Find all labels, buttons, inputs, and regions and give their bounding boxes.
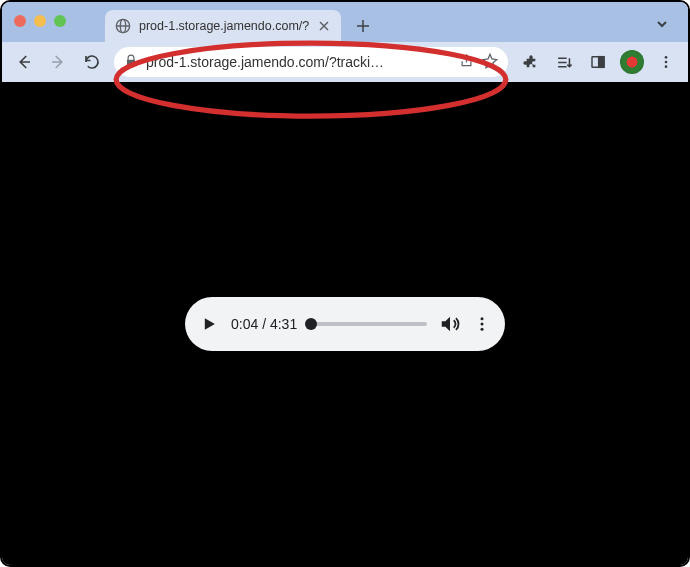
progress-thumb[interactable] (305, 318, 317, 330)
forward-button[interactable] (42, 46, 74, 78)
extensions-button[interactable] (514, 46, 546, 78)
progress-slider[interactable] (309, 322, 427, 326)
window-maximize-button[interactable] (54, 15, 66, 27)
svg-point-7 (665, 65, 668, 68)
reload-button[interactable] (76, 46, 108, 78)
player-menu-button[interactable] (473, 315, 491, 333)
globe-icon (115, 18, 131, 34)
page-content: 0:04 / 4:31 (2, 82, 688, 565)
reading-list-button[interactable] (548, 46, 580, 78)
duration: 4:31 (270, 316, 297, 332)
play-button[interactable] (199, 314, 219, 334)
back-button[interactable] (8, 46, 40, 78)
volume-button[interactable] (439, 313, 461, 335)
window-minimize-button[interactable] (34, 15, 46, 27)
lock-icon (124, 54, 138, 71)
svg-point-10 (481, 327, 484, 330)
browser-tab[interactable]: prod-1.storage.jamendo.com/? (105, 10, 341, 42)
svg-point-6 (665, 61, 668, 64)
browser-menu-button[interactable] (650, 46, 682, 78)
share-icon[interactable] (459, 53, 474, 71)
toolbar: prod-1.storage.jamendo.com/?tracki… (2, 42, 688, 82)
side-panel-button[interactable] (582, 46, 614, 78)
tab-bar: prod-1.storage.jamendo.com/? (2, 2, 688, 42)
current-time: 0:04 (231, 316, 258, 332)
profile-avatar[interactable] (616, 46, 648, 78)
audio-player: 0:04 / 4:31 (185, 297, 505, 351)
close-tab-button[interactable] (317, 19, 331, 33)
svg-point-9 (481, 322, 484, 325)
new-tab-button[interactable] (349, 12, 377, 40)
avatar-icon (620, 50, 644, 74)
tab-title: prod-1.storage.jamendo.com/? (139, 19, 309, 33)
svg-point-8 (481, 317, 484, 320)
playback-time: 0:04 / 4:31 (231, 316, 297, 332)
svg-rect-4 (599, 57, 604, 68)
window-close-button[interactable] (14, 15, 26, 27)
url-text: prod-1.storage.jamendo.com/?tracki… (146, 54, 451, 70)
tabs-dropdown-button[interactable] (650, 12, 674, 36)
window-controls (14, 15, 66, 27)
svg-point-5 (665, 56, 668, 59)
bookmark-star-icon[interactable] (482, 53, 498, 72)
address-bar[interactable]: prod-1.storage.jamendo.com/?tracki… (114, 47, 508, 77)
